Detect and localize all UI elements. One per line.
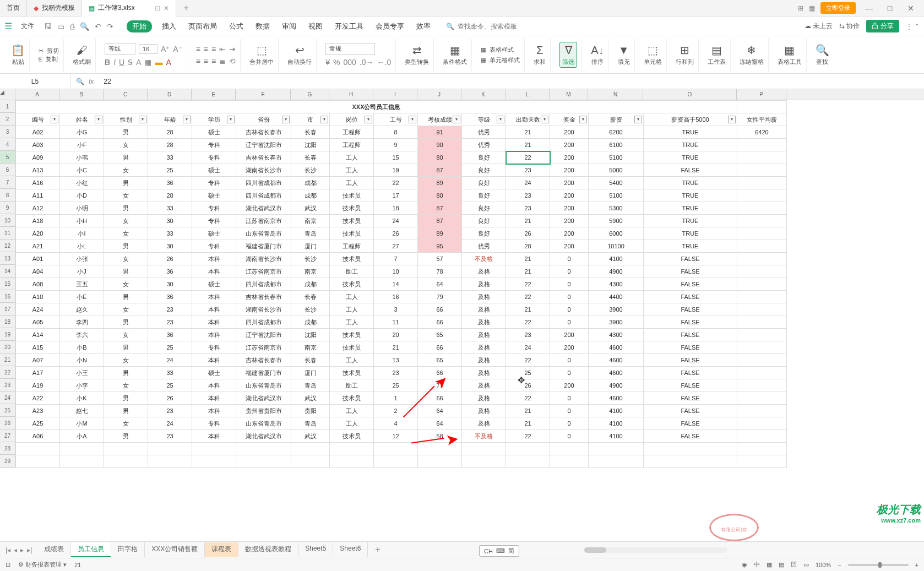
table-cell[interactable]: 22 <box>506 291 550 303</box>
table-cell[interactable]: 13 <box>374 354 418 367</box>
undo-icon[interactable]: ↶ <box>95 22 101 31</box>
table-cell[interactable]: 工人 <box>330 405 374 417</box>
fill-button[interactable]: ▼填充 <box>618 44 630 66</box>
table-cell[interactable]: 女 <box>104 164 148 177</box>
table-cell[interactable]: 5100 <box>589 151 644 164</box>
table-cell[interactable]: 及格 <box>462 417 506 430</box>
table-cell[interactable]: 四川省成都市 <box>236 177 291 189</box>
table-cell[interactable]: 技术员 <box>330 392 374 405</box>
preview-icon[interactable]: 🔍 <box>80 22 89 31</box>
table-cell[interactable] <box>506 443 550 455</box>
table-cell[interactable]: 21 <box>506 139 550 151</box>
table-cell[interactable]: 64 <box>418 278 462 291</box>
table-header[interactable]: 姓名▾ <box>60 113 104 126</box>
table-cell[interactable]: 33 <box>148 202 192 215</box>
table-cell[interactable]: 四川省成都市 <box>236 278 291 291</box>
table-cell[interactable]: 78 <box>418 265 462 278</box>
filter-arrow-icon[interactable]: ▾ <box>634 116 642 123</box>
table-cell[interactable]: 26 <box>148 392 192 405</box>
col-header-E[interactable]: E <box>192 89 236 100</box>
table-cell[interactable]: 200 <box>550 341 589 354</box>
home-tab[interactable]: 首页 <box>0 0 27 17</box>
table-cell[interactable] <box>148 455 192 468</box>
table-cell[interactable]: 长春 <box>291 151 330 164</box>
table-cell[interactable]: 成都 <box>291 316 330 329</box>
filter-arrow-icon[interactable]: ▾ <box>320 116 328 123</box>
table-cell[interactable]: 3900 <box>589 303 644 316</box>
eye-icon[interactable]: ◉ <box>742 561 747 568</box>
table-cell[interactable]: 长沙 <box>291 303 330 316</box>
table-cell[interactable]: 长春 <box>291 126 330 139</box>
table-cell[interactable]: 吉林省长春市 <box>236 354 291 367</box>
row-number-24[interactable]: 24 <box>0 391 15 404</box>
table-cell[interactable]: 武汉 <box>291 202 330 215</box>
table-cell[interactable]: 23 <box>148 316 192 329</box>
table-cell[interactable] <box>737 405 787 417</box>
table-cell[interactable]: 66 <box>418 303 462 316</box>
record-icon[interactable]: ⊡ <box>6 561 10 568</box>
table-cell[interactable]: FALSE <box>644 291 737 303</box>
table-cell[interactable]: 本科 <box>192 405 236 417</box>
table-header[interactable]: 编号▾ <box>16 113 60 126</box>
table-cell[interactable]: 长春 <box>291 354 330 367</box>
table-cell[interactable]: 赵七 <box>60 405 104 417</box>
increase-font-icon[interactable]: A⁺ <box>161 45 170 53</box>
menu-tab-9[interactable]: 效率 <box>414 20 433 32</box>
table-cell[interactable]: 80 <box>418 151 462 164</box>
table-cell[interactable]: 沈阳 <box>291 329 330 341</box>
table-cell[interactable]: 5900 <box>589 215 644 227</box>
table-cell[interactable]: FALSE <box>644 316 737 329</box>
table-cell[interactable] <box>330 443 374 455</box>
row-number-4[interactable]: 4 <box>0 138 15 151</box>
row-number-25[interactable]: 25 <box>0 404 15 417</box>
table-cell[interactable]: FALSE <box>644 265 737 278</box>
table-cell[interactable]: 四川省成都市 <box>236 189 291 202</box>
table-cell[interactable] <box>737 164 787 177</box>
sheet-prev-icon[interactable]: ◂ <box>14 546 17 554</box>
table-cell[interactable] <box>737 240 787 253</box>
table-cell[interactable]: 良好 <box>462 177 506 189</box>
table-cell[interactable]: 技术员 <box>330 367 374 379</box>
table-cell[interactable]: 技术员 <box>330 329 374 341</box>
table-cell[interactable]: 25 <box>506 367 550 379</box>
view-normal-icon[interactable]: ▦ <box>767 561 772 568</box>
table-cell[interactable]: A20 <box>16 227 60 240</box>
table-cell[interactable]: 沈阳 <box>291 139 330 151</box>
table-cell[interactable]: 福建省厦门市 <box>236 367 291 379</box>
row-number-13[interactable]: 13 <box>0 252 15 265</box>
table-cell[interactable]: 25 <box>374 379 418 392</box>
table-cell[interactable]: 福建省厦门市 <box>236 240 291 253</box>
table-cell[interactable]: 硕士 <box>192 227 236 240</box>
table-cell[interactable]: FALSE <box>644 253 737 265</box>
table-cell[interactable]: 辽宁省沈阳市 <box>236 329 291 341</box>
table-cell[interactable]: 4100 <box>589 253 644 265</box>
table-cell[interactable]: 及格 <box>462 341 506 354</box>
col-header-G[interactable]: G <box>291 89 329 100</box>
table-cell[interactable]: A17 <box>16 367 60 379</box>
table-cell[interactable]: 24 <box>148 354 192 367</box>
row-number-12[interactable]: 12 <box>0 240 15 252</box>
strike-icon[interactable]: S̶ <box>128 58 133 67</box>
table-cell[interactable]: 30 <box>148 215 192 227</box>
thousands-icon[interactable]: 000 <box>343 58 356 67</box>
table-cell[interactable]: 22 <box>374 177 418 189</box>
table-cell[interactable]: 男 <box>104 240 148 253</box>
filter-arrow-icon[interactable]: ▾ <box>183 116 191 123</box>
table-cell[interactable]: 男 <box>104 291 148 303</box>
sheet-tab[interactable]: 员工信息 <box>71 542 111 557</box>
font-more-icon[interactable]: A <box>136 58 141 67</box>
row-number-1[interactable]: 1 <box>0 100 15 113</box>
add-tab-button[interactable]: ＋ <box>176 2 196 14</box>
table-cell[interactable]: 21 <box>506 405 550 417</box>
table-cell[interactable]: 80 <box>418 189 462 202</box>
table-cell[interactable]: TRUE <box>644 139 737 151</box>
table-cell[interactable]: 吉林省长春市 <box>236 126 291 139</box>
table-cell[interactable]: 200 <box>550 379 589 392</box>
table-cell[interactable]: FALSE <box>644 367 737 379</box>
table-cell[interactable]: 22 <box>506 151 550 164</box>
table-cell[interactable] <box>291 455 330 468</box>
table-cell[interactable]: 200 <box>550 202 589 215</box>
sheet-last-icon[interactable]: ▸| <box>27 546 32 554</box>
table-cell[interactable]: A19 <box>16 379 60 392</box>
table-cell[interactable]: 良好 <box>462 189 506 202</box>
